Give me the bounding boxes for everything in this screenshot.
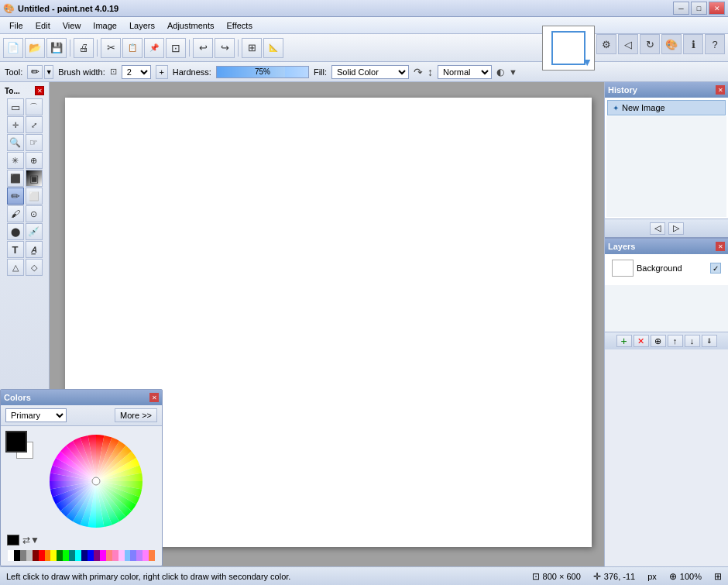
palette-color-cell[interactable] [118, 550, 125, 561]
flip-icon[interactable]: ↕ [428, 66, 433, 78]
more-button[interactable]: More >> [115, 408, 157, 422]
color-mode-select[interactable]: Primary Secondary [5, 408, 67, 422]
tool-recolor[interactable]: ⬤ [7, 223, 24, 240]
undo-button[interactable]: ↩ [193, 38, 213, 58]
tool-eyedropper[interactable]: 💉 [26, 223, 43, 240]
menu-edit[interactable]: Edit [29, 19, 57, 32]
print-button[interactable]: 🖨 [74, 38, 94, 58]
layer-add-button[interactable]: + [616, 335, 632, 347]
paste-button[interactable]: 📌 [144, 38, 164, 58]
blend-mode-select[interactable]: NormalMultiplyScreen [438, 65, 492, 79]
crop-button[interactable]: ⊡ [166, 38, 186, 58]
tool-clone[interactable]: ⊙ [26, 205, 43, 222]
palette-color-cell[interactable] [69, 550, 75, 561]
brush-width-plus[interactable]: + [156, 65, 168, 79]
history-close-button[interactable]: ✕ [716, 85, 725, 95]
layer-duplicate-button[interactable]: ⊕ [651, 335, 666, 347]
info-icon[interactable]: ℹ [683, 34, 703, 54]
cut-button[interactable]: ✂ [101, 38, 121, 58]
opacity-dropdown[interactable]: ▼ [509, 67, 517, 77]
layer-item-background[interactable]: Background ✓ [607, 256, 726, 280]
palette-color-cell[interactable] [20, 550, 26, 561]
palette-color-cell[interactable] [63, 550, 69, 561]
fit-button[interactable]: ⊞ [714, 571, 722, 582]
help-icon[interactable]: ? [705, 34, 725, 54]
layer-visibility-checkbox[interactable]: ✓ [710, 263, 721, 274]
tool-move[interactable]: ✛ [7, 116, 24, 133]
palette-color-cell[interactable] [130, 550, 136, 561]
palette-color-cell[interactable] [136, 550, 143, 561]
palette-color-cell[interactable] [39, 550, 45, 561]
new-button[interactable]: 📄 [3, 38, 23, 58]
palette-color-cell[interactable] [100, 550, 106, 561]
menu-file[interactable]: File [3, 19, 29, 32]
tool-color-picker2[interactable]: ⊕ [26, 152, 43, 169]
palette-color-cell[interactable] [75, 550, 81, 561]
redo-button[interactable]: ↪ [215, 38, 235, 58]
palette-color-cell[interactable] [143, 550, 149, 561]
black-swatch[interactable] [7, 535, 19, 545]
tool-zoom[interactable]: 🔍 [7, 134, 24, 151]
history-redo-button[interactable]: ▷ [668, 222, 684, 235]
layers-close-button[interactable]: ✕ [716, 242, 725, 251]
open-button[interactable]: 📂 [25, 38, 45, 58]
tool-eraser[interactable]: ⬜ [26, 188, 43, 205]
palette-icon[interactable]: 🎨 [661, 34, 682, 54]
palette-color-cell[interactable] [149, 550, 155, 561]
palette-color-cell[interactable] [94, 550, 100, 561]
ruler-button[interactable]: 📐 [263, 38, 283, 58]
fill-select[interactable]: Solid Color Linear Gradient Radial Gradi… [331, 65, 409, 79]
tool-pencil[interactable]: ✏ [7, 188, 24, 205]
tool-paintbrush[interactable]: 🖌 [7, 205, 24, 222]
menu-adjustments[interactable]: Adjustments [161, 19, 221, 32]
history-item-new-image[interactable]: ✦ New Image [607, 100, 726, 115]
menu-layers[interactable]: Layers [123, 19, 161, 32]
refresh-icon[interactable]: ↻ [640, 34, 660, 54]
settings-icon[interactable]: ⚙ [596, 34, 616, 54]
menu-view[interactable]: View [57, 19, 88, 32]
palette-color-cell[interactable] [112, 550, 118, 561]
colors-close-button[interactable]: ✕ [149, 393, 159, 402]
menu-image[interactable]: Image [87, 19, 123, 32]
tool-lasso[interactable]: ⌒ [26, 98, 43, 115]
tool-gradient[interactable]: ▣ [26, 170, 43, 187]
palette-color-cell[interactable] [26, 550, 33, 561]
palette-color-cell[interactable] [33, 550, 39, 561]
tool-hand[interactable]: ☞ [26, 134, 43, 151]
palette-color-cell[interactable] [8, 550, 14, 561]
tool-magic-wand[interactable]: ✳ [7, 152, 24, 169]
save-button[interactable]: 💾 [46, 38, 67, 58]
palette-color-cell[interactable] [57, 550, 63, 561]
palette-color-cell[interactable] [14, 550, 20, 561]
layer-delete-button[interactable]: ✕ [634, 335, 649, 347]
layer-merge-button[interactable]: ⇓ [702, 335, 717, 347]
palette-color-cell[interactable] [106, 550, 112, 561]
layer-down-button[interactable]: ↓ [685, 335, 700, 347]
rotate-icon[interactable]: ↷ [414, 66, 423, 78]
color-wheel[interactable] [46, 431, 146, 532]
palette-color-cell[interactable] [88, 550, 94, 561]
tool-paint-bucket[interactable]: ⬛ [7, 170, 24, 187]
palette-color-cell[interactable] [81, 550, 88, 561]
minimize-button[interactable]: ─ [673, 2, 689, 15]
primary-color-swatch[interactable] [5, 431, 27, 453]
tool-shapes2[interactable]: ◇ [26, 259, 43, 276]
hardness-slider-container[interactable]: 75% [216, 66, 309, 78]
tool-shapes[interactable]: △ [7, 259, 24, 276]
tool-selector[interactable]: ✏ ▼ [27, 65, 53, 79]
maximize-button[interactable]: □ [691, 2, 707, 15]
copy-button[interactable]: 📋 [122, 38, 143, 58]
close-button[interactable]: ✕ [709, 2, 725, 15]
layer-up-button[interactable]: ↑ [668, 335, 683, 347]
history-undo-button[interactable]: ◁ [650, 222, 665, 235]
brush-width-select[interactable]: 24816 [122, 65, 151, 79]
tool-rectangle-select[interactable]: ▭ [7, 98, 24, 115]
toolbox-close-button[interactable]: ✕ [35, 86, 44, 95]
palette-color-cell[interactable] [125, 550, 131, 561]
color-swap-button[interactable]: ⇄▼ [21, 535, 41, 545]
tool-move2[interactable]: ⤢ [26, 116, 43, 133]
back-icon[interactable]: ◁ [618, 34, 638, 54]
palette-color-cell[interactable] [45, 550, 51, 561]
tool-text2[interactable]: A̲ [26, 241, 43, 258]
grid-button[interactable]: ⊞ [242, 38, 262, 58]
